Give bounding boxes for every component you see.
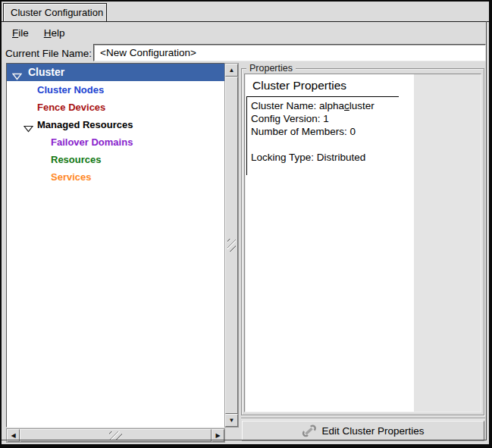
tree-item-label: Cluster Nodes: [37, 81, 104, 99]
heading-underline: [246, 96, 399, 97]
tree-item-fence-devices[interactable]: Fence Devices: [7, 99, 224, 116]
config-version-line: Config Version: 1: [251, 112, 374, 125]
up-arrow-icon: ▲: [229, 67, 235, 74]
tree-item-label: Services: [51, 168, 92, 186]
tree-item-services[interactable]: Services: [7, 168, 224, 186]
cluster-configuration-window: Cluster Configuration File Help Current …: [0, 0, 492, 448]
properties-frame: Properties Cluster Properties Cluster Na…: [241, 68, 484, 415]
left-arrow-icon: ◀: [11, 433, 15, 439]
tree-item-label: Managed Resources: [37, 116, 133, 133]
spacer: [251, 138, 374, 151]
wrench-icon: [302, 425, 317, 437]
scroll-down-button[interactable]: ▼: [225, 414, 238, 427]
properties-heading: Cluster Properties: [252, 79, 346, 92]
properties-frame-label: Properties: [246, 63, 296, 74]
tree-item-label: Fence Devices: [37, 99, 105, 116]
current-file-name-label: Current File Name:: [5, 48, 92, 59]
tree-item-label: Resources: [51, 151, 101, 168]
thumb-grip-icon: [109, 431, 122, 440]
cluster-name-line: Cluster Name: alphacluster: [251, 99, 374, 112]
current-file-name-input[interactable]: [93, 44, 486, 61]
tab-cluster-configuration[interactable]: Cluster Configuration: [3, 3, 107, 22]
property-lines: Cluster Name: alphacluster Config Versio…: [251, 99, 374, 164]
window-relief: [2, 440, 487, 440]
right-arrow-icon: ▶: [215, 433, 220, 439]
tree-item-cluster[interactable]: Cluster: [7, 64, 224, 81]
tree-item-label: Failover Domains: [51, 133, 133, 151]
tree-item-failover-domains[interactable]: Failover Domains: [7, 133, 224, 151]
tree-item-label: Cluster: [28, 64, 64, 81]
menu-bar: File Help: [2, 23, 489, 43]
thumb-grip-icon: [227, 239, 236, 252]
tree-vertical-scrollbar[interactable]: ▲ ▼: [224, 63, 239, 428]
window-relief: [486, 21, 487, 440]
notebook-border: [2, 21, 489, 22]
menu-file[interactable]: File: [5, 25, 36, 41]
vertical-scrollbar-thumb[interactable]: [225, 77, 238, 414]
properties-canvas: Cluster Properties Cluster Name: alphacl…: [246, 74, 414, 412]
tree-item-managed-resources[interactable]: Managed Resources: [7, 116, 224, 133]
cluster-tree: Cluster Cluster Nodes Fence Devices Mana…: [6, 63, 225, 428]
tree-item-resources[interactable]: Resources: [7, 151, 224, 168]
scroll-up-button[interactable]: ▲: [225, 64, 238, 77]
edit-button-label: Edit Cluster Properties: [321, 425, 424, 437]
left-rule: [246, 96, 247, 175]
button-separator: [241, 418, 485, 419]
locking-type-line: Locking Type: Distributed: [251, 151, 374, 164]
members-line: Number of Members: 0: [251, 125, 374, 138]
tree-horizontal-scrollbar[interactable]: ◀ ▶: [6, 428, 225, 443]
menu-help[interactable]: Help: [36, 25, 73, 41]
tree-item-cluster-nodes[interactable]: Cluster Nodes: [7, 81, 224, 99]
edit-cluster-properties-button[interactable]: Edit Cluster Properties: [242, 421, 484, 440]
properties-viewport: Cluster Properties Cluster Name: alphacl…: [244, 74, 481, 412]
down-arrow-icon: ▼: [229, 418, 235, 424]
